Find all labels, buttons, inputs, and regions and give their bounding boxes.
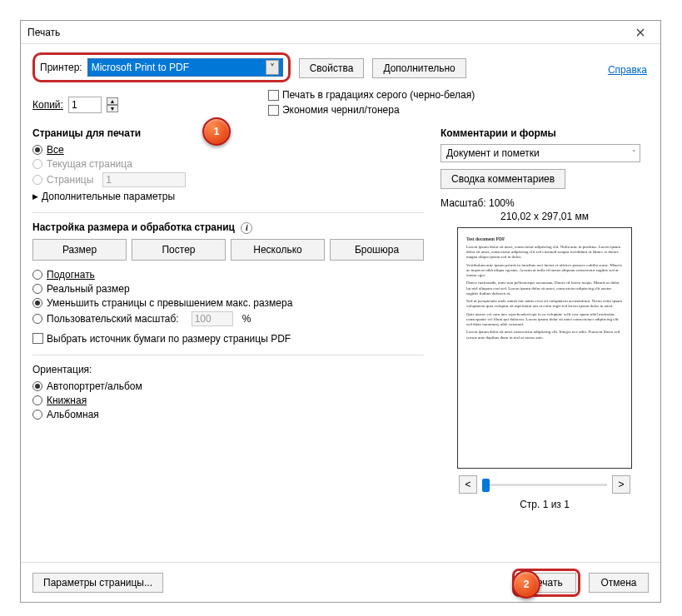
help-link[interactable]: Справка [608, 64, 647, 76]
paper-source-checkbox[interactable]: Выбрать источник бумаги по размеру стран… [32, 333, 424, 345]
checkbox-box [32, 333, 43, 344]
bottom-bar: Параметры страницы... Печать Отмена [21, 562, 660, 602]
tab-multiple[interactable]: Несколько [231, 239, 325, 261]
orientation-auto-radio[interactable]: Автопортрет/альбом [32, 380, 424, 392]
pages-range-input[interactable] [102, 172, 186, 187]
preview-dimensions: 210,02 x 297,01 мм [441, 211, 649, 222]
pages-range-radio[interactable]: Страницы [32, 172, 424, 187]
chevron-down-icon: ˅ [266, 60, 279, 75]
info-icon[interactable]: i [241, 222, 252, 234]
chevron-left-icon: < [465, 479, 470, 490]
tab-size[interactable]: Размер [32, 239, 127, 261]
shrink-radio[interactable]: Уменьшить страницы с превышением макс. р… [32, 297, 424, 309]
annotation-badge-2: 2 [512, 570, 540, 599]
orientation-portrait-radio[interactable]: Книжная [32, 395, 424, 406]
titlebar: Печать [21, 21, 660, 44]
preview-doc-title: Test document PDF [466, 236, 623, 242]
preview-next-button[interactable]: > [612, 475, 630, 494]
annotation-badge-1: 1 [202, 117, 231, 146]
preview-prev-button[interactable]: < [459, 475, 477, 494]
properties-button[interactable]: Свойства [299, 58, 365, 78]
comments-select[interactable]: Документ и пометки ˅ [441, 144, 640, 162]
comments-summary-button[interactable]: Сводка комментариев [441, 169, 565, 189]
save-ink-checkbox[interactable]: Экономия чернил/тонера [268, 104, 475, 116]
tab-poster[interactable]: Постер [132, 239, 226, 261]
advanced-button[interactable]: Дополнительно [372, 58, 465, 78]
cancel-button[interactable]: Отмена [589, 573, 649, 593]
tab-booklet[interactable]: Брошюра [330, 239, 424, 261]
actual-radio[interactable]: Реальный размер [32, 283, 424, 295]
page-counter: Стр. 1 из 1 [441, 499, 649, 510]
checkbox-box [268, 90, 279, 101]
fit-radio[interactable]: Подогнать [32, 269, 424, 281]
close-button[interactable] [627, 22, 654, 42]
preview-slider[interactable] [482, 484, 607, 486]
printer-label: Принтер: [40, 62, 82, 73]
print-dialog: Печать Принтер: Microsoft Print to PDF ˅… [20, 20, 661, 603]
chevron-right-icon: > [618, 479, 624, 490]
pages-current-radio[interactable]: Текущая страница [32, 158, 424, 170]
chevron-down-icon: ˅ [632, 149, 636, 157]
copies-label: Копий: [32, 99, 63, 111]
slider-thumb [482, 479, 490, 492]
spinner-down-icon: ▼ [107, 105, 118, 112]
printer-selected-value: Microsoft Print to PDF [92, 62, 189, 73]
preview-scale: Масштаб: 100% [441, 197, 649, 209]
custom-scale-radio[interactable]: Пользовательский масштаб: % [32, 311, 424, 326]
spinner-up-icon: ▲ [107, 97, 118, 105]
pages-all-radio[interactable]: Все [32, 144, 424, 156]
printer-row-highlight: Принтер: Microsoft Print to PDF ˅ [32, 52, 291, 82]
close-icon [636, 28, 645, 37]
custom-scale-input[interactable] [192, 311, 233, 326]
copies-spinner[interactable]: ▲ ▼ [107, 97, 118, 112]
copies-row: Копий: ▲ ▼ [32, 97, 118, 113]
orientation-landscape-radio[interactable]: Альбомная [32, 409, 424, 420]
orientation-heading: Ориентация: [32, 364, 424, 375]
printer-select[interactable]: Microsoft Print to PDF ˅ [87, 58, 283, 77]
sizing-heading: Настройка размера и обработка страниц i [32, 221, 424, 234]
checkbox-box [268, 105, 279, 116]
triangle-right-icon: ▶ [32, 192, 38, 201]
dialog-title: Печать [27, 27, 627, 38]
page-setup-button[interactable]: Параметры страницы... [32, 573, 163, 593]
comments-heading: Комментарии и формы [441, 127, 649, 139]
copies-input[interactable] [68, 97, 102, 113]
grayscale-checkbox[interactable]: Печать в градациях серого (черно-белая) [268, 89, 475, 101]
pages-more-expander[interactable]: ▶ Дополнительные параметры [32, 191, 424, 202]
preview-page: Test document PDF Lorem ipsum dolor sit … [457, 227, 632, 469]
